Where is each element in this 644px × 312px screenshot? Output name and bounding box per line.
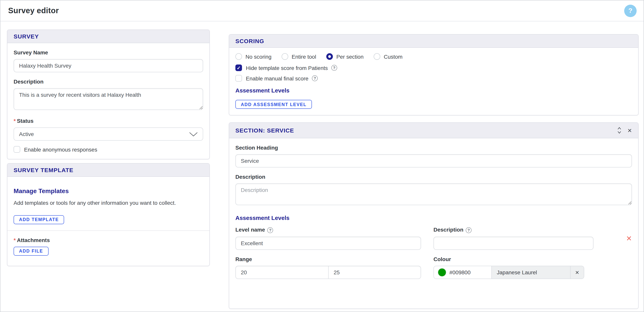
manage-templates-text: Add templates or tools for any other inf…: [14, 199, 203, 207]
scoring-mode-radio-group: No scoring Entire tool Per section: [236, 53, 632, 60]
colour-swatch[interactable]: [438, 268, 446, 276]
radio-icon[interactable]: [282, 53, 288, 60]
attachments-label: *Attachments: [14, 237, 203, 243]
add-assessment-level-button[interactable]: ADD ASSESSMENT LEVEL: [236, 100, 312, 109]
scoring-panel-header: SCORING: [229, 34, 638, 48]
page-title: Survey editor: [8, 6, 59, 15]
survey-panel: SURVEY Survey Name Description This is a…: [7, 30, 210, 159]
section-heading-input[interactable]: [236, 154, 632, 168]
status-select[interactable]: Active: [14, 128, 203, 141]
reorder-section-button[interactable]: [617, 127, 622, 134]
section-heading-label: Section Heading: [236, 144, 632, 151]
right-column: SCORING No scoring Entire tool: [229, 30, 638, 312]
colour-label: Colour: [434, 256, 594, 262]
section-description-label: Description: [236, 174, 632, 180]
survey-template-panel: SURVEY TEMPLATE Manage Templates Add tem…: [7, 163, 210, 266]
colour-input-group: #009800 Japanese Laurel ✕: [434, 266, 584, 279]
close-section-button[interactable]: ✕: [628, 128, 632, 133]
help-icon[interactable]: ?: [268, 227, 273, 233]
section-description-textarea[interactable]: [236, 184, 632, 205]
top-bar: Survey editor ?: [0, 0, 644, 21]
close-icon: ✕: [575, 270, 579, 275]
radio-option-no-scoring[interactable]: No scoring: [236, 53, 272, 60]
anonymous-responses-label: Enable anonymous responses: [24, 146, 97, 152]
survey-name-label: Survey Name: [14, 49, 203, 56]
section-assessment-levels-heading: Assessment Levels: [236, 214, 632, 221]
range-input-group: [236, 266, 421, 279]
left-column: SURVEY Survey Name Description This is a…: [7, 30, 210, 270]
survey-template-panel-header: SURVEY TEMPLATE: [8, 164, 209, 177]
question-mark-icon: ?: [628, 7, 632, 14]
level-description-label: Description?: [434, 226, 594, 233]
hide-template-score-checkbox[interactable]: [236, 64, 242, 71]
status-label: *Status: [14, 118, 203, 124]
hide-template-score-label: Hide template score from Patients: [246, 65, 328, 71]
section-service-header: SECTION: SERVICE ✕: [229, 123, 638, 138]
colour-hex-cell: #009800: [434, 266, 491, 278]
add-template-button[interactable]: ADD TEMPLATE: [14, 215, 64, 224]
section-service-title: SECTION: SERVICE: [236, 127, 294, 134]
anonymous-responses-checkbox[interactable]: [14, 146, 20, 153]
enable-manual-final-score-checkbox[interactable]: [236, 75, 242, 82]
required-asterisk: *: [14, 237, 16, 243]
radio-option-custom[interactable]: Custom: [374, 53, 402, 60]
survey-template-panel-title: SURVEY TEMPLATE: [14, 167, 74, 173]
help-button[interactable]: ?: [624, 4, 636, 17]
range-max-input[interactable]: [328, 266, 421, 278]
radio-icon[interactable]: [374, 53, 380, 60]
help-icon[interactable]: ?: [331, 65, 337, 71]
survey-panel-title: SURVEY: [14, 33, 39, 40]
assessment-level-row-2: Range Colour #009800: [236, 256, 632, 279]
assessment-levels-heading: Assessment Levels: [236, 87, 632, 94]
survey-description-label: Description: [14, 78, 203, 85]
clear-colour-button[interactable]: ✕: [570, 266, 584, 278]
up-down-chevrons-icon: [617, 127, 622, 134]
level-name-input[interactable]: [236, 236, 421, 250]
remove-level-button[interactable]: ✕: [626, 235, 632, 242]
section-service-panel: SECTION: SERVICE ✕ S: [229, 122, 638, 309]
survey-editor-page: Survey editor ? SURVEY Survey Name Descr…: [0, 0, 644, 312]
radio-icon[interactable]: [236, 53, 242, 60]
radio-option-per-section[interactable]: Per section: [326, 53, 364, 60]
range-min-input[interactable]: [236, 266, 328, 278]
colour-hex-value[interactable]: #009800: [450, 269, 470, 276]
help-icon[interactable]: ?: [466, 227, 472, 233]
scoring-panel: SCORING No scoring Entire tool: [229, 34, 638, 116]
level-name-label: Level name?: [236, 226, 421, 233]
scoring-panel-title: SCORING: [236, 38, 264, 44]
radio-option-entire-tool[interactable]: Entire tool: [282, 53, 316, 60]
radio-selected-icon[interactable]: [326, 53, 333, 60]
enable-manual-final-score-label: Enable manual final score: [246, 75, 308, 82]
add-file-button[interactable]: ADD FILE: [14, 247, 48, 256]
level-description-input[interactable]: [434, 236, 594, 250]
status-selected-value: Active: [19, 131, 34, 137]
content-area: SURVEY Survey Name Description This is a…: [0, 21, 644, 312]
chevron-down-icon: [189, 132, 198, 136]
close-icon: ✕: [628, 128, 632, 133]
survey-description-textarea[interactable]: This is a survey for recent visitors at …: [14, 88, 203, 110]
help-icon[interactable]: ?: [312, 76, 318, 81]
survey-name-input[interactable]: [14, 59, 203, 72]
survey-panel-header: SURVEY: [8, 30, 209, 43]
assessment-level-row: Level name? Description? ✕: [236, 226, 632, 250]
required-asterisk: *: [14, 118, 16, 124]
range-label: Range: [236, 256, 421, 262]
manage-templates-heading: Manage Templates: [14, 188, 203, 195]
colour-name-cell: Japanese Laurel: [491, 266, 570, 278]
